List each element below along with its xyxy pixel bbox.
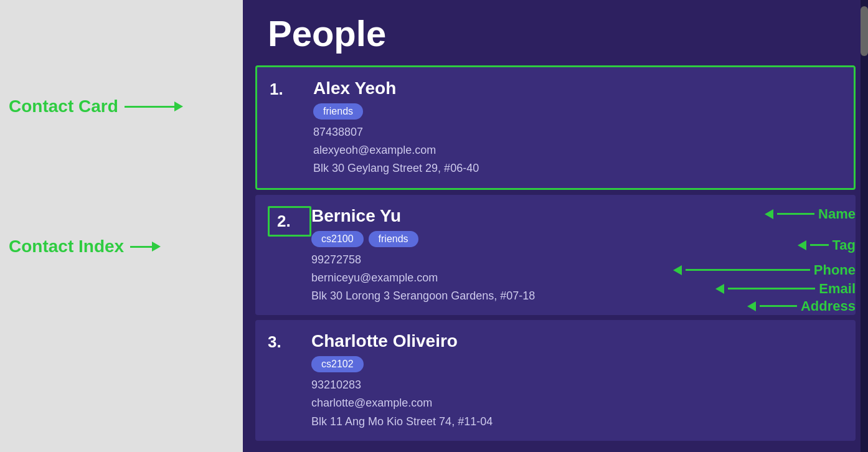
contact-name-2: Bernice Yu — [311, 206, 837, 226]
main-content[interactable]: People 1. Alex Yeoh friends 87438807 ale… — [243, 0, 868, 452]
contact-phone-2: 99272758 — [311, 252, 837, 268]
contact-index-annotation: Contact Index — [9, 237, 161, 257]
tags-row-3: cs2102 — [311, 356, 837, 372]
contact-details-3: Charlotte Oliveiro cs2102 93210283 charl… — [311, 331, 837, 430]
scrollbar-track[interactable] — [861, 0, 868, 452]
contact-index-3: 3. — [268, 331, 311, 352]
contact-details-1: Alex Yeoh friends 87438807 alexyeoh@exam… — [313, 78, 835, 177]
tags-row-2: cs2100 friends — [311, 231, 837, 247]
contact-card-2: 2. Bernice Yu cs2100 friends 99272758 be… — [255, 195, 856, 316]
contact-name-1: Alex Yeoh — [313, 78, 835, 98]
tag-friends-1: friends — [313, 103, 363, 120]
tag-friends-2: friends — [369, 231, 418, 247]
contact-address-2: Blk 30 Lorong 3 Serangoon Gardens, #07-1… — [311, 288, 837, 304]
contact-phone-3: 93210283 — [311, 377, 837, 393]
tag-cs2100-2: cs2100 — [311, 231, 364, 247]
contact-index-label: Contact Index — [9, 237, 124, 257]
scrollbar-thumb[interactable] — [861, 6, 868, 56]
contact-card-label: Contact Card — [9, 97, 118, 116]
tag-cs2102-3: cs2102 — [311, 356, 364, 372]
contact-name-3: Charlotte Oliveiro — [311, 331, 837, 351]
contact-card: 1. Alex Yeoh friends 87438807 alexyeoh@e… — [255, 65, 856, 190]
contact-email-1: alexyeoh@example.com — [313, 143, 835, 158]
contact-address-3: Blk 11 Ang Mo Kio Street 74, #11-04 — [311, 414, 837, 430]
annotation-panel: Contact Card Contact Index — [0, 0, 243, 452]
contact-index-arrow — [130, 242, 161, 252]
contact-card-2-wrapper: 2. Bernice Yu cs2100 friends 99272758 be… — [243, 195, 868, 316]
contact-email-3: charlotte@example.com — [311, 395, 837, 411]
contact-card-annotation: Contact Card — [9, 97, 183, 116]
contact-phone-1: 87438807 — [313, 125, 835, 140]
page-title: People — [243, 0, 868, 60]
contact-card-3: 3. Charlotte Oliveiro cs2102 93210283 ch… — [255, 320, 856, 441]
contact-email-2: berniceyu@example.com — [311, 270, 837, 286]
contact-index-2: 2. — [268, 206, 311, 237]
contact-details-2: Bernice Yu cs2100 friends 99272758 berni… — [311, 206, 837, 304]
contact-card-arrow — [125, 101, 183, 111]
contact-index-1: 1. — [270, 78, 313, 99]
tags-row-1: friends — [313, 103, 835, 120]
contact-address-1: Blk 30 Geylang Street 29, #06-40 — [313, 161, 835, 176]
